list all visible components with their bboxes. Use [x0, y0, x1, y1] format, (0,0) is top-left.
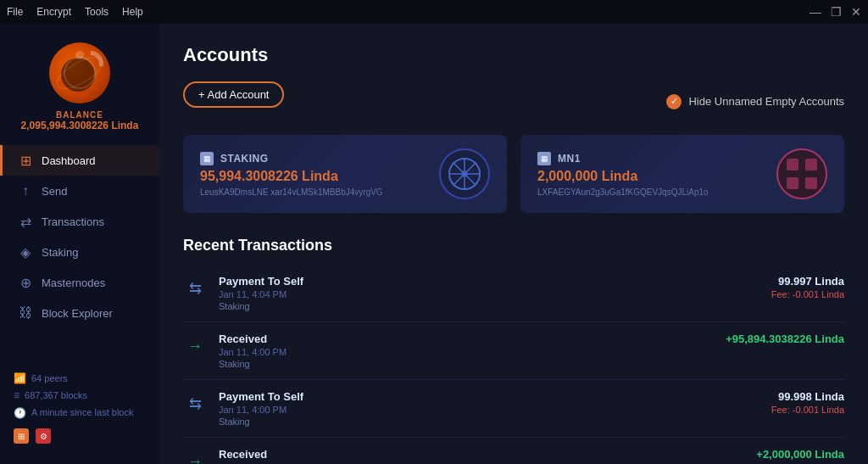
account-address-mn1: LXFAEGYAun2g3uGa1fKGQEVJqsQJLiAp1o [537, 187, 776, 197]
tx-date-2: Jan 11, 4:00 PM [219, 347, 726, 357]
tx-amount-col-3: 99.998 Linda Fee: -0.001 Linda [771, 390, 844, 415]
tx-type-3: Payment To Self [219, 390, 771, 403]
sidebar-item-staking[interactable]: ◈ Staking [0, 237, 159, 267]
tx-icon-receive-4: → [183, 450, 207, 464]
sidebar: BALANCE 2,095,994.3008226 Linda ⊞ Dashbo… [0, 24, 159, 464]
table-row[interactable]: → Received Jan 11, 3:06 PM MN1 +2,000,00… [183, 438, 844, 464]
app-logo [49, 42, 110, 103]
sidebar-item-transactions[interactable]: ⇄ Transactions [0, 206, 159, 237]
dashboard-icon: ⊞ [18, 153, 33, 168]
tx-type-4: Received [219, 448, 756, 461]
last-block-text: A minute since last block [31, 405, 133, 421]
titlebar-menu: File Encrypt Tools Help [7, 6, 143, 18]
account-balance-staking: 95,994.3008226 Linda [200, 169, 439, 184]
tx-fee-1: Fee: -0.001 Linda [771, 289, 844, 299]
tx-details-4: Received Jan 11, 3:06 PM MN1 [219, 448, 756, 464]
menu-encrypt[interactable]: Encrypt [36, 6, 71, 18]
tx-icon-self-1: ⇆ [183, 277, 207, 300]
account-logo-staking [439, 148, 490, 199]
sidebar-item-label-masternodes: Masternodes [42, 277, 105, 289]
settings-icon-btn[interactable]: ⚙ [36, 428, 51, 444]
tx-date-3: Jan 11, 4:00 PM [219, 405, 771, 415]
sidebar-item-send[interactable]: ↑ Send [0, 176, 159, 206]
tx-amount-4: +2,000,000 Linda [756, 448, 844, 461]
tx-icon-receive-2: → [183, 334, 207, 358]
menu-file[interactable]: File [7, 6, 23, 18]
tx-amount-col-4: +2,000,000 Linda [756, 448, 844, 461]
maximize-button[interactable]: ❐ [831, 7, 841, 17]
titlebar: File Encrypt Tools Help — ❐ ✕ [0, 0, 868, 24]
table-row[interactable]: → Received Jan 11, 4:00 PM Staking +95,8… [183, 322, 844, 380]
sidebar-item-label-send: Send [42, 185, 67, 198]
main-layout: BALANCE 2,095,994.3008226 Linda ⊞ Dashbo… [0, 24, 868, 464]
minimize-button[interactable]: — [810, 7, 821, 17]
hide-accounts-label: Hide Unnamed Empty Accounts [688, 95, 844, 108]
block-explorer-icon: ⛓ [18, 305, 33, 321]
sidebar-item-label-block-explorer: Block Explorer [42, 307, 113, 320]
tx-details-1: Payment To Self Jan 11, 4:04 PM Staking [219, 275, 771, 311]
svg-rect-12 [805, 177, 817, 189]
sidebar-item-block-explorer[interactable]: ⛓ Block Explorer [0, 298, 159, 328]
staking-icon: ◈ [18, 244, 33, 260]
add-account-label: + Add Account [198, 88, 269, 101]
wifi-icon: 📶 [14, 370, 26, 387]
masternodes-icon: ⊕ [18, 275, 33, 290]
svg-rect-9 [787, 159, 798, 171]
accounts-section: Accounts + Add Account ✓ Hide Unnamed Em… [183, 44, 844, 213]
mn1-logo-icon [776, 148, 827, 199]
menu-help[interactable]: Help [122, 6, 143, 18]
transactions-icon: ⇄ [18, 214, 33, 229]
tx-amount-col-2: +95,894.3038226 Linda [726, 333, 844, 345]
page-title: Accounts [183, 44, 844, 66]
sidebar-item-label-staking: Staking [42, 246, 78, 259]
tx-details-3: Payment To Self Jan 11, 4:00 PM Staking [219, 390, 771, 427]
sidebar-footer: 📶 64 peers ≡ 687,367 blocks 🕐 A minute s… [0, 360, 159, 454]
tx-type-2: Received [219, 333, 726, 345]
account-balance-mn1: 2,000,000 Linda [537, 169, 776, 184]
hide-accounts-area[interactable]: ✓ Hide Unnamed Empty Accounts [666, 94, 844, 109]
staking-logo-icon [439, 148, 490, 199]
sidebar-item-label-dashboard: Dashboard [42, 154, 96, 167]
blocks-text: 687,367 blocks [25, 388, 87, 404]
tx-date-1: Jan 11, 4:04 PM [219, 289, 771, 299]
accounts-row: ▦ STAKING 95,994.3008226 Linda LeusKA9Dm… [183, 135, 844, 213]
network-icon-btn[interactable]: ⊞ [14, 428, 29, 444]
account-info-staking: ▦ STAKING 95,994.3008226 Linda LeusKA9Dm… [200, 152, 439, 197]
account-icon-staking: ▦ [200, 152, 214, 165]
peers-text: 64 peers [31, 371, 68, 387]
transactions-section: Recent Transactions ⇆ Payment To Self Ja… [183, 237, 844, 464]
logo-area: BALANCE 2,095,994.3008226 Linda [0, 34, 159, 145]
svg-point-2 [75, 51, 84, 59]
tx-amount-3: 99.998 Linda [771, 390, 844, 403]
close-button[interactable]: ✕ [851, 7, 861, 17]
tx-account-2: Staking [219, 359, 726, 369]
tx-icon-self-3: ⇆ [183, 392, 207, 416]
accounts-header-row: + Add Account ✓ Hide Unnamed Empty Accou… [183, 81, 844, 121]
tx-account-3: Staking [219, 416, 771, 427]
transaction-list: ⇆ Payment To Self Jan 11, 4:04 PM Stakin… [183, 265, 844, 464]
tx-amount-2: +95,894.3038226 Linda [726, 333, 844, 345]
account-info-mn1: ▦ MN1 2,000,000 Linda LXFAEGYAun2g3uGa1f… [537, 152, 776, 197]
account-logo-mn1 [776, 148, 827, 199]
table-row[interactable]: ⇆ Payment To Self Jan 11, 4:00 PM Stakin… [183, 380, 844, 438]
svg-point-0 [64, 58, 95, 88]
menu-tools[interactable]: Tools [85, 6, 108, 18]
account-icon-mn1: ▦ [537, 152, 551, 165]
sidebar-item-masternodes[interactable]: ⊕ Masternodes [0, 267, 159, 298]
account-name-mn1: MN1 [558, 153, 581, 165]
tx-account-1: Staking [219, 301, 771, 311]
sidebar-item-dashboard[interactable]: ⊞ Dashboard [0, 145, 159, 176]
account-name-staking: STAKING [220, 153, 269, 165]
clock-icon: 🕐 [14, 405, 26, 422]
svg-point-8 [461, 171, 468, 177]
table-row[interactable]: ⇆ Payment To Self Jan 11, 4:04 PM Stakin… [183, 265, 844, 322]
account-card-staking[interactable]: ▦ STAKING 95,994.3008226 Linda LeusKA9Dm… [183, 135, 507, 213]
svg-rect-10 [805, 159, 817, 171]
add-account-button[interactable]: + Add Account [183, 81, 284, 108]
balance-amount: 2,095,994.3008226 Linda [21, 120, 139, 131]
account-address-staking: LeusKA9DmsLNE xar14vLMSk1MBBbJ4vyrgVG [200, 187, 439, 197]
tx-amount-col-1: 99.997 Linda Fee: -0.001 Linda [771, 275, 844, 299]
blocks-icon: ≡ [14, 387, 19, 404]
send-icon: ↑ [18, 183, 33, 198]
account-card-mn1[interactable]: ▦ MN1 2,000,000 Linda LXFAEGYAun2g3uGa1f… [520, 135, 844, 213]
